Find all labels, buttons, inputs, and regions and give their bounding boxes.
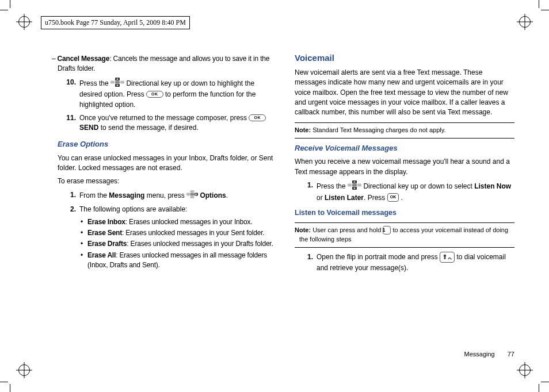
note-label: Note: <box>295 126 311 133</box>
right-column: Voicemail New voicemail alerts are sent … <box>295 52 514 275</box>
crop-mark <box>539 384 539 392</box>
erase-step-2: 2. The following options are available: <box>64 205 277 214</box>
messaging-label: Messaging <box>109 191 144 199</box>
svg-rect-8 <box>190 196 195 198</box>
text: From the <box>79 191 109 199</box>
listen-later-label: Listen Later <box>325 194 364 202</box>
footer-page-number: 77 <box>508 351 514 358</box>
listen-voicemail-heading: Listen to Voicemail messages <box>295 207 514 218</box>
receive-voicemail-heading: Receive Voicemail Messages <box>295 143 514 154</box>
running-header: u750.book Page 77 Sunday, April 5, 2009 … <box>41 16 190 29</box>
bullet-desc: : Erases unlocked messages in your Draft… <box>127 240 273 248</box>
step-number: 1. <box>64 190 79 201</box>
svg-rect-11 <box>190 193 195 195</box>
page-body: – Cancel Message: Cancels the message an… <box>58 52 514 358</box>
note-label: Note: <box>295 226 311 233</box>
bullet-label: Erase Drafts <box>87 240 127 248</box>
running-header-text: u750.book Page 77 Sunday, April 5, 2009 … <box>45 18 186 26</box>
text: . Press <box>364 194 387 202</box>
step-number: 1. <box>302 252 317 273</box>
key-1-icon: 1 <box>383 226 391 235</box>
erase-step-1: 1. From the Messaging menu, press Option… <box>64 190 277 201</box>
step-body: Press the Directional key up or down to … <box>79 78 277 110</box>
erase-intro: You can erase unlocked messages in your … <box>58 153 277 174</box>
crop-mark <box>0 382 8 382</box>
text: Open the flip in portrait mode and press <box>317 253 440 261</box>
erase-drafts-item: •Erase Drafts: Erases unlocked messages … <box>81 239 277 249</box>
svg-rect-9 <box>186 193 190 195</box>
bullet-label: Erase All <box>87 251 116 259</box>
step-body: From the Messaging menu, press Options. <box>79 190 277 201</box>
bullet-desc: : Erases unlocked messages in your Inbox… <box>125 218 253 226</box>
left-column: – Cancel Message: Cancels the message an… <box>58 52 277 275</box>
cancel-message-label: Cancel Message <box>58 55 110 63</box>
svg-rect-4 <box>115 80 120 83</box>
svg-rect-21 <box>444 257 446 259</box>
svg-point-22 <box>451 259 452 260</box>
svg-rect-3 <box>120 80 124 83</box>
svg-rect-7 <box>190 190 195 193</box>
step-number: 1. <box>302 180 317 203</box>
crop-mark <box>541 10 549 10</box>
step-number: 2. <box>64 205 79 214</box>
listen-step-1: 1. Open the flip in portrait mode and pr… <box>302 252 514 273</box>
crop-mark <box>541 382 549 382</box>
step-11: 11. Once you've returned to the message … <box>64 113 277 133</box>
svg-point-20 <box>444 255 447 258</box>
text: Press the <box>317 182 348 190</box>
text: . <box>226 191 228 199</box>
erase-to: To erase messages: <box>58 176 277 186</box>
svg-rect-2 <box>110 80 115 83</box>
text: to send the message, if desired. <box>101 124 199 132</box>
step-number: 10. <box>64 78 79 110</box>
text: . <box>399 194 403 202</box>
crop-mark <box>10 384 10 392</box>
erase-options-heading: Erase Options <box>58 139 277 150</box>
step-body: Once you've returned to the message comp… <box>79 113 277 133</box>
footer-section: Messaging <box>464 351 495 358</box>
registration-mark-icon <box>519 364 531 376</box>
registration-mark-icon <box>519 16 531 28</box>
ok-button-icon: OK <box>387 193 399 201</box>
svg-rect-16 <box>357 184 361 187</box>
crop-mark <box>10 0 10 8</box>
text: or <box>317 194 325 202</box>
step-body: Press the Directional key up or down to … <box>317 180 514 203</box>
erase-inbox-item: •Erase Inbox: Erases unlocked messages i… <box>81 217 277 227</box>
erase-sent-item: •Erase Sent: Erases unlocked messages in… <box>81 228 277 238</box>
cancel-message-item: – Cancel Message: Cancels the message an… <box>58 54 277 74</box>
dpad-right-icon <box>186 190 198 201</box>
dial-voicemail-icon <box>440 252 455 263</box>
registration-mark-icon <box>18 364 30 376</box>
text: menu, press <box>144 191 186 199</box>
bullet-desc: : Erases unlocked messages in your Sent … <box>122 229 264 237</box>
text: Press the <box>79 79 110 87</box>
receive-intro: When you receive a new voicemail message… <box>295 157 514 177</box>
note-text: Standard Text Messaging charges do not a… <box>311 126 445 133</box>
note-charges: Note: Standard Text Messaging charges do… <box>295 122 514 139</box>
dpad-icon <box>110 78 124 90</box>
erase-all-item: •Erase All: Erases unlocked messages in … <box>81 251 277 271</box>
voicemail-heading: Voicemail <box>295 52 514 64</box>
options-label: Options <box>200 191 226 199</box>
page-footer: Messaging77 <box>464 351 514 358</box>
svg-rect-17 <box>352 184 357 187</box>
send-label: SEND <box>79 124 98 132</box>
ok-button-icon: OK <box>146 91 163 98</box>
receive-step-1: 1. Press the Directional key up or down … <box>302 180 514 203</box>
ok-button-icon: OK <box>249 114 266 121</box>
registration-mark-icon <box>18 16 30 28</box>
text: Once you've returned to the message comp… <box>79 114 249 122</box>
note-text: User can press and hold <box>311 226 383 233</box>
dpad-icon <box>348 180 361 193</box>
bullet-label: Erase Inbox <box>87 218 125 226</box>
listen-now-label: Listen Now <box>474 182 511 190</box>
step-body: The following options are available: <box>79 205 277 214</box>
note-hold-1: Note: User can press and hold 1 to acces… <box>295 222 514 248</box>
text: Directional key up or down to select <box>363 182 474 190</box>
crop-mark <box>0 10 8 10</box>
step-number: 11. <box>64 113 79 133</box>
step-body: Open the flip in portrait mode and press… <box>317 252 514 273</box>
svg-rect-15 <box>348 184 352 187</box>
step-10: 10. Press the Directional key up or down… <box>64 78 277 110</box>
